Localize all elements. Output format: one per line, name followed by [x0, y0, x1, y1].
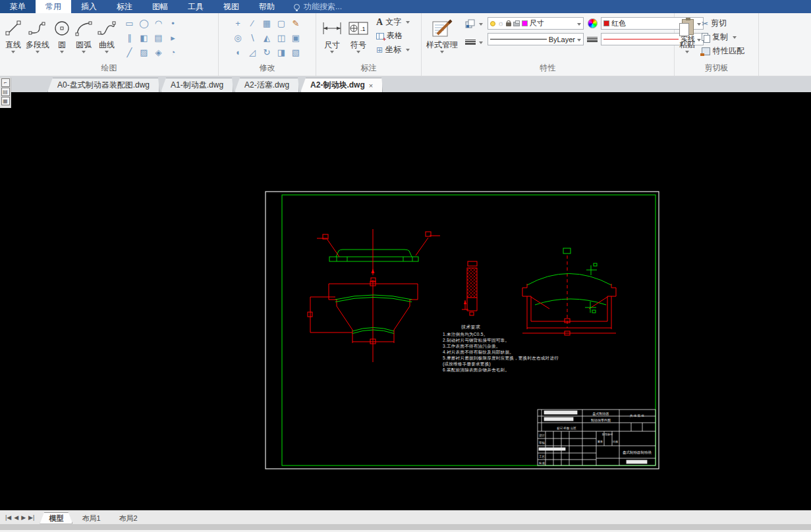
layout-tab-bar: |◀ ◀ ▶ ▶| 模型 布局1 布局2	[0, 510, 811, 524]
overlap-icon[interactable]: ◫	[275, 31, 289, 45]
line-settings-tool[interactable]	[462, 36, 485, 48]
menu-bar: 菜单 常用 插入 标注 图幅 工具 视图 帮助 功能搜索...	[0, 0, 811, 13]
tab-layout2[interactable]: 布局2	[110, 512, 147, 524]
trim-icon[interactable]: ∕	[246, 16, 260, 30]
color-wheel-icon[interactable]	[586, 18, 598, 30]
rectangle-icon[interactable]: ▭	[123, 16, 136, 30]
circle-tool-button[interactable]: 圆	[51, 15, 72, 55]
dropdown-caret[interactable]	[82, 51, 86, 53]
spline-tool-button[interactable]: 曲线	[95, 15, 119, 55]
chamfer-icon[interactable]: ◿	[246, 45, 260, 59]
array-icon[interactable]: ▦	[260, 16, 274, 30]
ribbon-tab-insert[interactable]: 插入	[71, 0, 107, 13]
ribbon-tab-home[interactable]: 常用	[36, 0, 71, 13]
dropdown-caret[interactable]	[440, 51, 444, 53]
erase-icon[interactable]: ▧	[289, 45, 303, 59]
boundary-icon[interactable]: ◔	[166, 45, 180, 59]
ray-icon[interactable]: ╱	[123, 45, 136, 59]
layer-plot-icon[interactable]	[513, 22, 520, 26]
scale-icon[interactable]: ▣	[289, 31, 303, 45]
text-tool[interactable]: A 文字	[374, 15, 412, 29]
copy-button[interactable]: 复制	[700, 30, 746, 44]
ribbon-tab-view[interactable]: 视图	[213, 0, 249, 13]
close-tab-icon[interactable]: ×	[369, 82, 373, 90]
layer-freeze-icon[interactable]: ☼	[497, 20, 504, 27]
table-tool[interactable]: 表格	[374, 29, 412, 43]
dropdown-caret[interactable]	[577, 23, 581, 26]
polyline-tool-button[interactable]: 多段线	[24, 15, 51, 55]
gradient-icon[interactable]: ▸	[166, 31, 180, 45]
tab-layout1[interactable]: 布局1	[72, 512, 109, 524]
ribbon-tab-annotate[interactable]: 标注	[107, 0, 142, 13]
symbol-button[interactable]: .1 符号	[345, 15, 372, 55]
file-tab-a0[interactable]: A0-盘式制动器装配图.dwg	[47, 78, 159, 92]
line-tool-button[interactable]: 直线	[3, 15, 24, 55]
layer-panel-icon[interactable]: ▤	[1, 88, 10, 96]
layer-on-icon[interactable]	[490, 21, 495, 26]
dropdown-caret[interactable]	[479, 41, 483, 44]
dropdown-caret[interactable]	[577, 39, 581, 41]
dropdown-caret[interactable]	[330, 51, 334, 53]
layer-translate-tool[interactable]	[462, 18, 485, 30]
dropdown-caret[interactable]	[356, 51, 360, 53]
mirror-icon[interactable]: ◭	[260, 31, 274, 45]
paste-button[interactable]: 粘贴	[677, 15, 697, 55]
copy-entity-icon[interactable]: ◎	[231, 31, 245, 45]
offset-icon[interactable]: ◖	[231, 45, 245, 59]
rotate-icon[interactable]: ↻	[260, 45, 274, 59]
ribbon-tab-sheet[interactable]: 图幅	[142, 0, 178, 13]
dropdown-caret[interactable]	[60, 51, 64, 53]
revcloud-icon[interactable]: ◠	[152, 16, 165, 30]
extend-icon[interactable]: ∖	[246, 31, 260, 45]
edit-icon[interactable]: ✎	[289, 16, 303, 30]
point-icon[interactable]: •	[166, 16, 180, 30]
block-icon[interactable]: ◈	[152, 45, 165, 59]
next-layout-icon[interactable]: ▶	[21, 514, 26, 521]
layer-combo[interactable]: ☼ 尺寸	[488, 17, 584, 30]
dropdown-caret[interactable]	[36, 51, 40, 53]
first-layout-icon[interactable]: |◀	[5, 514, 11, 521]
mline-icon[interactable]: ∥	[123, 31, 136, 45]
dimension-button[interactable]: 尺寸	[319, 15, 345, 55]
arc-icon	[74, 16, 93, 40]
dropdown-caret[interactable]	[406, 21, 410, 24]
move-icon[interactable]: +	[231, 16, 245, 30]
prev-layout-icon[interactable]: ◀	[14, 514, 18, 521]
ellipse-icon[interactable]: ◯	[137, 16, 151, 30]
layer-lock-icon[interactable]	[506, 22, 511, 26]
menu-button[interactable]: 菜单	[0, 0, 36, 13]
file-tab-a2-brakepad[interactable]: A2-制动块.dwg ×	[300, 78, 383, 92]
file-tab-a1[interactable]: A1-制动盘.dwg	[161, 78, 233, 92]
file-tab-a2-piston[interactable]: A2-活塞.dwg	[235, 78, 299, 92]
dropdown-caret[interactable]	[685, 51, 689, 53]
match-properties-button[interactable]: 特性匹配	[700, 44, 746, 58]
tool-palette-icon[interactable]: ⌐	[1, 78, 10, 87]
application-window: 菜单 常用 插入 标注 图幅 工具 视图 帮助 功能搜索... 直线	[0, 0, 811, 532]
dropdown-caret[interactable]	[105, 51, 109, 53]
props-panel-icon[interactable]: ▦	[1, 97, 10, 105]
wipeout-icon[interactable]: ▤	[152, 31, 165, 45]
explode-icon[interactable]: ◨	[275, 45, 289, 59]
dropdown-caret[interactable]	[479, 23, 483, 26]
dropdown-caret[interactable]	[406, 49, 410, 51]
dropdown-caret[interactable]	[11, 51, 15, 53]
region-icon[interactable]: ◧	[137, 31, 151, 45]
ribbon-tab-tools[interactable]: 工具	[178, 0, 213, 13]
arc-tool-button[interactable]: 圆弧	[72, 15, 95, 55]
dropdown-caret[interactable]	[733, 36, 737, 39]
cut-button[interactable]: ✂ 剪切	[700, 16, 746, 30]
function-search[interactable]: 功能搜索...	[294, 0, 342, 13]
lineweight-icon[interactable]	[586, 34, 598, 45]
drawing-canvas[interactable]: ⌐ ▤ ▦	[0, 92, 811, 510]
last-layout-icon[interactable]: ▶|	[28, 514, 34, 521]
ribbon-tab-help[interactable]: 帮助	[249, 0, 285, 13]
lineweight-combo[interactable]: ByLayer	[488, 33, 584, 45]
hatch-icon[interactable]: ▨	[137, 45, 151, 59]
view-top	[317, 229, 440, 282]
style-manager-button[interactable]: 样式管理	[424, 15, 460, 55]
tab-model[interactable]: 模型	[40, 512, 72, 524]
title-block-process-label: 工艺	[539, 454, 545, 458]
coordinate-tool[interactable]: ⊞ 坐标	[374, 43, 412, 57]
stretch-icon[interactable]: ▢	[275, 16, 289, 30]
tech-req-line: 5.摩擦衬片磨损到极限厚度时应更换，更换时左右成对进行	[443, 355, 559, 361]
